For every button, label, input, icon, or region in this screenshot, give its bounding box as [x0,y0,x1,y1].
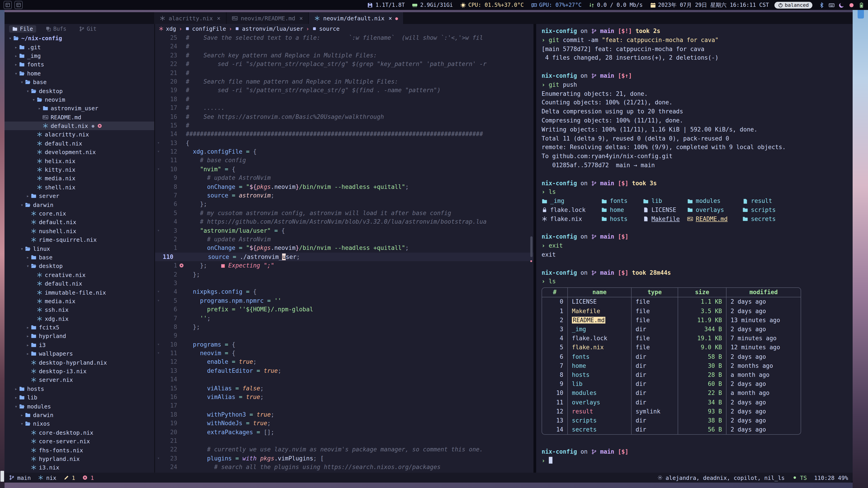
tree-item[interactable]: alacritty.nix [4,130,154,139]
fold-chevron-icon[interactable]: ▾ [155,288,162,296]
chevron-down-icon[interactable]: ▾ [19,79,25,85]
tree-item[interactable]: ▾nixos [4,419,154,428]
tree-item[interactable]: immutable-file.nix [4,288,154,297]
fold-chevron-icon[interactable]: ▾ [155,147,162,156]
chevron-down-icon[interactable]: ▾ [31,97,37,102]
chevron-right-icon[interactable]: ▸ [13,53,19,58]
neotree-tab-bufs[interactable]: Bufs [42,25,70,32]
tree-item[interactable]: core-desktop.nix [4,428,154,437]
tree-item[interactable]: ▸base [4,253,154,262]
tree-item[interactable]: rime-squirrel.nix [4,235,154,244]
buffer-tab[interactable]: alacritty.nix× [154,12,226,24]
chevron-right-icon[interactable]: ▸ [25,255,31,260]
battery-indicator[interactable] [859,2,864,8]
tree-item[interactable]: ▸hosts [4,384,154,393]
tree-item[interactable]: ▸lib [4,393,154,402]
fold-chevron-icon[interactable]: ▾ [155,296,162,305]
tree-item[interactable]: development.nix [4,148,154,157]
chevron-right-icon[interactable]: ▸ [25,351,31,356]
fold-chevron-icon[interactable]: ▾ [155,226,162,235]
tree-item[interactable]: ▾neovim [4,95,154,104]
tree-item[interactable]: ▸wallpapers [4,349,154,358]
tree-item[interactable]: helix.nix [4,157,154,165]
tree-item[interactable]: xdg.nix [4,314,154,323]
fold-chevron-icon[interactable]: ▾ [155,165,162,174]
tree-item[interactable]: ▾desktop [4,262,154,270]
tree-item[interactable]: ▸hyprland [4,332,154,341]
tree-item[interactable]: i3.nix [4,463,154,472]
tree-item[interactable]: nushell.nix [4,227,154,235]
chevron-right-icon[interactable]: ▸ [25,193,31,198]
tree-item[interactable]: ▾home [4,69,154,78]
tree-item[interactable]: media.nix [4,174,154,183]
tree-item[interactable]: kitty.nix [4,165,154,174]
close-icon[interactable]: × [217,15,221,22]
chevron-right-icon[interactable]: ▸ [13,62,19,67]
fold-chevron-icon[interactable]: ▾ [155,138,162,147]
tree-item[interactable]: hyprland.nix [4,455,154,463]
chevron-down-icon[interactable]: ▾ [19,421,25,426]
chevron-down-icon[interactable]: ▾ [13,404,19,409]
chevron-right-icon[interactable]: ▸ [19,413,25,418]
chevron-down-icon[interactable]: ▾ [25,88,31,93]
chevron-down-icon[interactable]: ▾ [19,246,25,251]
fold-chevron-icon[interactable]: ▾ [155,349,162,358]
tree-item[interactable]: README.md [4,113,154,122]
tree-item[interactable]: desktop-hyprland.nix [4,358,154,367]
buffer-tab[interactable]: neovim/default.nix×● [309,12,404,24]
bluetooth-indicator[interactable] [819,2,825,8]
power-profile-pill[interactable]: balanced [774,2,812,8]
breadcrumb-item[interactable]: configFile [185,25,226,32]
chevron-right-icon[interactable]: ▸ [25,334,31,339]
tree-item[interactable]: ▸i3 [4,340,154,349]
breadcrumb-item[interactable]: xdg [159,25,176,32]
terminal-pane[interactable]: nix-config on main [$!] took 2s› git com… [536,24,852,473]
tree-item[interactable]: ▸.git [4,43,154,52]
close-icon[interactable]: × [389,15,392,22]
tree-item[interactable]: core.nix [4,209,154,218]
chevron-right-icon[interactable]: ▸ [13,395,19,400]
chevron-right-icon[interactable]: ▸ [25,325,31,330]
chevron-down-icon[interactable]: ▾ [19,202,25,207]
tree-item[interactable]: server.nix [4,376,154,384]
circle-indicator[interactable] [848,2,855,8]
tree-item[interactable]: ▸_img [4,52,154,60]
tree-item[interactable]: ▸server [4,192,154,200]
tree-item[interactable]: creative.nix [4,270,154,279]
moon-indicator[interactable] [839,2,844,8]
chevron-right-icon[interactable]: ▸ [25,343,31,348]
chevron-right-icon[interactable]: ▸ [37,106,42,111]
tree-item[interactable]: ▾base [4,78,154,87]
editor-content[interactable]: 25# Save the selected text to a file: `:… [155,33,533,473]
tree-item[interactable]: shell.nix [4,183,154,192]
neotree-tab-git[interactable]: Git [76,25,100,32]
breadcrumb-item[interactable]: source [312,25,340,32]
workspace-icon[interactable] [4,1,12,9]
tree-item[interactable]: media.nix [4,297,154,305]
editor-pane[interactable]: xdg›configFile›astronvim/lua/user›source… [155,24,533,473]
tree-item[interactable]: default.nix [4,139,154,148]
chevron-down-icon[interactable]: ▾ [25,264,31,269]
tree-item[interactable]: ▸darwin [4,411,154,420]
scrollbar-handle[interactable] [530,236,532,257]
tree-item[interactable]: default.nix [4,218,154,227]
close-icon[interactable]: × [299,15,303,22]
tree-item[interactable]: core-server.nix [4,437,154,446]
workspace-icon[interactable] [14,1,23,9]
fold-chevron-icon[interactable]: ▾ [155,454,162,463]
tree-item[interactable]: ▾desktop [4,87,154,95]
tree-item[interactable]: ssh.nix [4,305,154,314]
tree-item[interactable]: desktop-i3.nix [4,367,154,376]
chevron-right-icon[interactable]: ▸ [13,44,19,50]
tree-item[interactable]: fhs-fonts.nix [4,446,154,455]
tree-item[interactable]: ▸fcitx5 [4,323,154,332]
chevron-down-icon[interactable]: ▾ [13,71,19,76]
tree-item[interactable]: default.nix [4,279,154,288]
tree-item[interactable]: ▾modules [4,402,154,411]
keyboard-indicator[interactable] [829,2,835,8]
tree-item[interactable]: ▾darwin [4,200,154,209]
tree-item[interactable]: ▾linux [4,244,154,253]
neotree-items[interactable]: ▾~/nix-config▸.git▸_img▸fonts▾home▾base▾… [4,33,154,473]
neotree-tab-file[interactable]: File [9,25,36,32]
tree-item[interactable]: ▾~/nix-config [4,34,154,43]
